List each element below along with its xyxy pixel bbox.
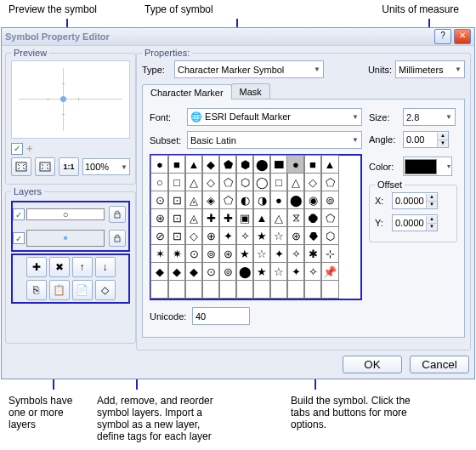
move-layer-down-button[interactable]: ↓: [95, 257, 116, 277]
glyph-cell[interactable]: ⬟: [218, 155, 237, 174]
glyph-cell[interactable]: ◆: [167, 262, 186, 281]
glyph-cell[interactable]: ●: [269, 191, 288, 209]
layer-lock-button[interactable]: [109, 206, 126, 223]
cancel-button[interactable]: Cancel: [410, 356, 469, 373]
glyph-cell[interactable]: ⯃: [303, 208, 322, 227]
glyph-cell[interactable]: ⊹: [320, 244, 339, 263]
glyph-cell[interactable]: [286, 280, 305, 299]
units-combo[interactable]: Millimeters▼: [395, 60, 465, 78]
copy-layer-button[interactable]: ⎘: [26, 280, 47, 300]
glyph-cell[interactable]: ⊚: [218, 262, 237, 281]
add-layer-button[interactable]: ✚: [26, 257, 47, 277]
glyph-cell[interactable]: ⊙: [150, 191, 169, 209]
glyph-cell[interactable]: ◆: [150, 262, 169, 281]
glyph-cell[interactable]: ▲: [252, 208, 271, 227]
glyph-cell[interactable]: [150, 280, 169, 299]
glyph-cell[interactable]: ✱: [303, 244, 322, 263]
glyph-cell[interactable]: ▣: [235, 208, 254, 227]
glyph-cell[interactable]: [252, 280, 271, 299]
glyph-cell[interactable]: ✧: [286, 244, 305, 263]
glyph-cell[interactable]: ✶: [150, 244, 169, 263]
glyph-cell[interactable]: ☆: [252, 244, 271, 263]
glyph-cell[interactable]: [167, 280, 186, 299]
preview-checkbox[interactable]: ✓: [11, 143, 23, 155]
glyph-cell[interactable]: ○: [150, 173, 169, 191]
glyph-cell[interactable]: ⬤: [235, 262, 254, 281]
glyph-cell[interactable]: ★: [235, 244, 254, 263]
layer-row[interactable]: ✓ ○: [13, 202, 128, 226]
glyph-cell[interactable]: ✦: [218, 226, 237, 245]
font-combo[interactable]: 🌐 ESRI Default Marker▼: [187, 108, 362, 126]
help-button[interactable]: ?: [434, 29, 451, 44]
glyph-cell[interactable]: ⬡: [320, 226, 339, 245]
glyph-cell[interactable]: [269, 280, 288, 299]
glyph-cell[interactable]: 📌: [320, 262, 339, 281]
glyph-cell[interactable]: ●: [150, 155, 169, 174]
glyph-cell[interactable]: □: [167, 173, 186, 191]
glyph-cell[interactable]: ⬤: [286, 191, 305, 209]
tags-layer-button[interactable]: ◇: [95, 280, 116, 300]
glyph-cell[interactable]: ⊛: [218, 244, 237, 263]
glyph-cell[interactable]: ✧: [303, 262, 322, 281]
glyph-cell[interactable]: ◇: [303, 173, 322, 191]
glyph-cell[interactable]: ⊚: [320, 191, 339, 209]
unicode-input[interactable]: 40: [192, 307, 250, 325]
layer-visibility-checkbox[interactable]: ✓: [13, 232, 25, 244]
glyph-cell[interactable]: ⊘: [150, 226, 169, 245]
glyph-cell[interactable]: □: [269, 173, 288, 191]
glyph-cell[interactable]: ☆: [269, 226, 288, 245]
glyph-cell[interactable]: [218, 280, 237, 299]
glyph-cell[interactable]: ☆: [269, 262, 288, 281]
glyph-cell[interactable]: ⊛: [286, 226, 305, 245]
glyph-cell[interactable]: ■: [303, 155, 322, 174]
glyph-cell[interactable]: [320, 280, 339, 299]
glyph-cell[interactable]: ◈: [201, 191, 220, 209]
import-layer-button[interactable]: 📄: [72, 280, 93, 300]
subset-combo[interactable]: Basic Latin▼: [187, 131, 362, 149]
glyph-cell[interactable]: ⊛: [150, 208, 169, 227]
glyph-cell[interactable]: ■: [167, 155, 186, 174]
glyph-cell[interactable]: ▲: [184, 155, 203, 174]
glyph-cell[interactable]: ◑: [252, 191, 271, 209]
glyph-grid[interactable]: ●■▲◆⬟⬢⬤⯀●■▲○□△◇⬠⬡◯□△◇⬠⊙⊡◬◈⬠◐◑●⬤◉⊚⊛⊡◬✚✚▣▲…: [150, 154, 362, 300]
glyph-cell[interactable]: ●: [286, 155, 305, 174]
zoom-actual-button[interactable]: 1:1: [59, 157, 79, 176]
glyph-cell[interactable]: ✚: [201, 208, 220, 227]
glyph-cell[interactable]: ▲: [320, 155, 339, 174]
ok-button[interactable]: OK: [343, 356, 402, 373]
glyph-cell[interactable]: ⬠: [320, 208, 339, 227]
glyph-cell[interactable]: ⬠: [320, 173, 339, 191]
glyph-cell[interactable]: [303, 280, 322, 299]
glyph-cell[interactable]: ◯: [252, 173, 271, 191]
zoom-full-button[interactable]: [35, 157, 55, 176]
tab-character-marker[interactable]: Character Marker: [142, 84, 232, 100]
glyph-cell[interactable]: ⊡: [167, 208, 186, 227]
size-combo[interactable]: 2.8▼: [403, 108, 456, 126]
glyph-cell[interactable]: ★: [252, 226, 271, 245]
glyph-cell[interactable]: ⊙: [184, 244, 203, 263]
layer-swatch[interactable]: ○: [26, 208, 105, 220]
glyph-cell[interactable]: ◐: [235, 191, 254, 209]
glyph-cell[interactable]: ✷: [167, 244, 186, 263]
glyph-cell[interactable]: ⬢: [235, 155, 254, 174]
type-combo[interactable]: Character Marker Symbol▼: [174, 60, 324, 78]
glyph-cell[interactable]: ⯀: [269, 155, 288, 174]
color-picker[interactable]: ▾: [403, 157, 452, 176]
glyph-cell[interactable]: △: [269, 208, 288, 227]
layer-row[interactable]: ✓ •: [13, 226, 128, 250]
glyph-cell[interactable]: ★: [252, 262, 271, 281]
glyph-cell[interactable]: ◉: [303, 191, 322, 209]
layer-visibility-checkbox[interactable]: ✓: [13, 208, 25, 220]
offset-x-spinner[interactable]: 0.0000 ▲▼: [392, 192, 438, 209]
glyph-cell[interactable]: ✧: [235, 226, 254, 245]
glyph-cell[interactable]: ⬡: [235, 173, 254, 191]
glyph-cell[interactable]: ✚: [218, 208, 237, 227]
zoom-combo[interactable]: 100%▼: [82, 158, 130, 175]
layer-lock-button[interactable]: [109, 230, 126, 247]
close-button[interactable]: ✕: [454, 29, 471, 44]
offset-y-spinner[interactable]: 0.0000 ▲▼: [392, 214, 438, 231]
glyph-cell[interactable]: ✦: [269, 244, 288, 263]
glyph-cell[interactable]: ⊡: [167, 226, 186, 245]
glyph-cell[interactable]: ✦: [286, 262, 305, 281]
delete-layer-button[interactable]: ✖: [49, 257, 70, 277]
